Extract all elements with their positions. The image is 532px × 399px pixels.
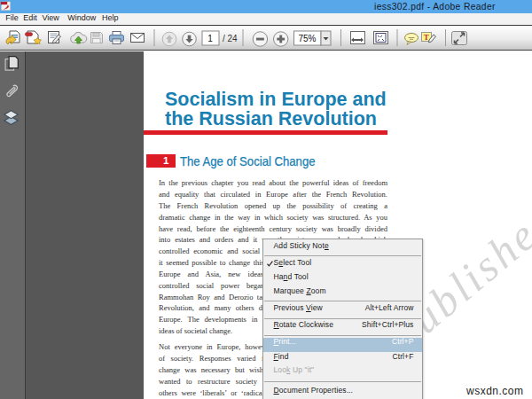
svg-text:/ 24: / 24 — [223, 34, 238, 43]
svg-text:T: T — [424, 33, 429, 42]
svg-text:75%: 75% — [298, 34, 316, 43]
svg-text:1: 1 — [207, 34, 213, 43]
